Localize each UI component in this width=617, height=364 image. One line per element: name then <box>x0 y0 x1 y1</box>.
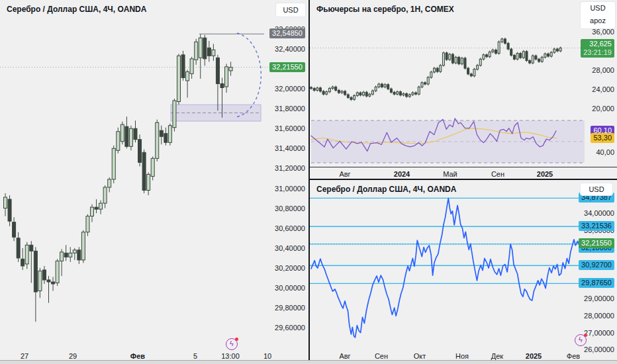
left-panel-title: Серебро / Доллар США, 4Ч, OANDA <box>7 5 146 14</box>
left-price-axis[interactable] <box>267 20 308 347</box>
comex-panel-title: Фьючерсы на серебро, 1Н, COMEX <box>316 5 454 14</box>
window-bottom-edge <box>0 360 617 364</box>
spot-time-axis[interactable] <box>310 349 617 361</box>
lightning-glyph: ϟ <box>230 340 234 347</box>
panel-divider-horizontal[interactable] <box>310 179 617 180</box>
spot-panel-title: Серебро / Доллар США, 4Ч, OANDA <box>316 185 456 194</box>
panel-divider-vertical[interactable] <box>308 0 310 364</box>
comex-currency-box[interactable]: USD apoz <box>580 1 616 29</box>
comex-axis-separator <box>310 167 617 167</box>
comex-candlestick-chart[interactable] <box>310 0 617 167</box>
left-time-axis[interactable] <box>0 349 308 361</box>
spot-currency-button[interactable]: USD <box>580 183 613 196</box>
comex-currency-label: USD <box>581 2 615 15</box>
spot-price-axis[interactable] <box>580 197 617 347</box>
left-currency-button[interactable]: USD <box>275 3 306 17</box>
boost-icon[interactable]: ϟ <box>575 334 587 346</box>
boost-icon[interactable]: ϟ <box>226 338 238 350</box>
spot-line-chart[interactable] <box>310 180 617 360</box>
lightning-glyph: ϟ <box>579 336 583 343</box>
comex-price-axis[interactable] <box>580 29 617 167</box>
notification-dot <box>584 334 587 337</box>
left-candlestick-chart[interactable] <box>0 0 308 360</box>
comex-unit-label: apoz <box>581 15 615 27</box>
comex-time-axis[interactable] <box>310 167 617 179</box>
notification-dot <box>235 338 238 341</box>
tradingview-multichart-layout: Серебро / Доллар США, 4Ч, OANDA USD ϟ Фь… <box>0 0 617 364</box>
